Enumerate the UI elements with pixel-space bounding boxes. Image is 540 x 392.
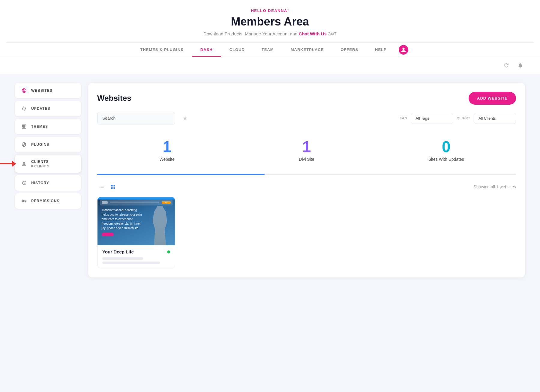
card-site-name: Your Deep Life <box>102 249 134 254</box>
sidebar-label-themes: THEMES <box>31 124 48 129</box>
grid-icon <box>110 184 116 190</box>
card-url-placeholder <box>110 202 159 203</box>
user-avatar-icon[interactable] <box>399 45 408 55</box>
favorite-star-icon[interactable]: ★ <box>182 115 188 122</box>
sidebar-item-permissions[interactable]: PERMISSIONS <box>15 193 81 209</box>
website-card[interactable]: ▶ ▶ Transformational coaching helps you … <box>97 197 175 268</box>
stat-label-website: Website <box>103 157 231 162</box>
sidebar-label-updates: UPDATES <box>31 106 50 111</box>
client-label: CLIENT <box>457 116 470 120</box>
progress-bar <box>97 174 516 175</box>
tag-select[interactable]: All Tags <box>411 113 453 124</box>
filter-group: TAG All Tags CLIENT All Clients <box>400 113 516 124</box>
main-content: Websites ADD WEBSITE ★ TAG All Tags CLIE… <box>88 83 525 277</box>
view-row: Showing all 1 websites <box>97 182 516 191</box>
header-subtitle: Download Products, Manage Your Account a… <box>6 31 534 36</box>
tab-themes-plugins[interactable]: THEMES & PLUGINS <box>132 43 192 57</box>
page-title: Members Area <box>6 15 534 28</box>
user-icon <box>401 47 406 52</box>
content-title: Websites <box>97 94 131 103</box>
card-thumbnail: ▶ ▶ Transformational coaching helps you … <box>98 197 175 245</box>
grid-view-button[interactable] <box>109 182 118 191</box>
main-layout: WEBSITES UPDATES THEMES PLUGINS <box>0 74 540 286</box>
sidebar-item-updates[interactable]: UPDATES <box>15 101 81 116</box>
sidebar-label-websites: WEBSITES <box>31 88 52 93</box>
filters-row: ★ TAG All Tags CLIENT All Clients <box>97 112 516 124</box>
globe-icon <box>21 88 27 94</box>
subtitle-post: 24/7 <box>328 31 337 36</box>
stat-number-website: 1 <box>103 139 231 154</box>
arrow-head <box>12 161 16 167</box>
sidebar-item-plugins[interactable]: PLUGINS <box>15 137 81 152</box>
arrow-indicator <box>0 161 16 167</box>
subtitle-pre: Download Products, Manage Your Account a… <box>203 31 298 36</box>
sidebar-item-themes[interactable]: THEMES <box>15 119 81 134</box>
add-website-button[interactable]: ADD WEBSITE <box>469 92 516 105</box>
client-select[interactable]: All Clients <box>474 113 516 124</box>
history-icon <box>21 180 27 186</box>
arrow-body <box>0 163 12 164</box>
list-icon <box>99 184 104 190</box>
tab-team[interactable]: TEAM <box>253 43 282 57</box>
tab-dash[interactable]: DASH <box>192 43 221 57</box>
sidebar-label-permissions: PERMISSIONS <box>31 199 59 203</box>
main-nav: THEMES & PLUGINS DASH CLOUD TEAM MARKETP… <box>6 42 534 57</box>
card-name-row: Your Deep Life <box>102 249 170 254</box>
status-active-dot <box>167 250 170 253</box>
card-cta-button <box>102 233 114 236</box>
greeting-text: HELLO DEANNA! <box>6 8 534 13</box>
stat-label-updates: Sites With Updates <box>382 157 510 162</box>
sidebar-item-clients[interactable]: CLIENTS 8 CLIENTS <box>15 155 81 173</box>
refresh-icon[interactable] <box>502 61 511 70</box>
view-toggle <box>97 182 118 191</box>
updates-icon <box>21 106 27 112</box>
card-info: Your Deep Life <box>98 245 175 268</box>
clients-count-badge: 8 CLIENTS <box>31 164 50 168</box>
tab-help[interactable]: HELP <box>367 43 395 57</box>
card-logo-bar <box>102 201 108 204</box>
stat-label-divi: Divi Site <box>243 157 370 162</box>
list-view-button[interactable] <box>97 182 106 191</box>
card-thumb-description: Transformational coaching helps you to r… <box>102 208 144 230</box>
sidebar-item-websites[interactable]: WEBSITES <box>15 83 81 98</box>
tag-label: TAG <box>400 116 407 120</box>
stat-website: 1 Website <box>97 133 237 168</box>
sidebar-label-history: HISTORY <box>31 181 49 185</box>
stat-number-divi: 1 <box>243 139 370 154</box>
header: HELLO DEANNA! Members Area Download Prod… <box>0 0 540 57</box>
showing-text: Showing all 1 websites <box>473 184 516 189</box>
card-badge: ▶ ▶ <box>162 201 171 204</box>
stat-divi: 1 Divi Site <box>237 133 376 168</box>
website-cards-grid: ▶ ▶ Transformational coaching helps you … <box>97 197 516 268</box>
notification-bell-icon[interactable] <box>515 61 525 70</box>
sidebar: WEBSITES UPDATES THEMES PLUGINS <box>15 83 81 277</box>
tab-cloud[interactable]: CLOUD <box>221 43 253 57</box>
card-url-bar-2 <box>102 262 160 264</box>
plugins-icon <box>21 142 27 148</box>
stat-updates: 0 Sites With Updates <box>376 133 516 168</box>
tab-marketplace[interactable]: MARKETPLACE <box>282 43 332 57</box>
sidebar-label-clients: CLIENTS <box>31 160 50 164</box>
stat-number-updates: 0 <box>382 139 510 154</box>
tab-offers[interactable]: OFFERS <box>332 43 367 57</box>
action-bar <box>0 57 540 74</box>
search-input[interactable] <box>97 112 175 124</box>
themes-icon <box>21 124 27 130</box>
clients-icon <box>21 161 27 167</box>
progress-bar-fill <box>97 174 265 175</box>
chat-link[interactable]: Chat With Us <box>299 31 327 36</box>
card-top-bar <box>98 197 175 199</box>
sidebar-label-plugins: PLUGINS <box>31 142 49 147</box>
content-header: Websites ADD WEBSITE <box>97 92 516 105</box>
stats-row: 1 Website 1 Divi Site 0 Sites With Updat… <box>97 133 516 168</box>
sidebar-item-history[interactable]: HISTORY <box>15 175 81 191</box>
permissions-icon <box>21 198 27 204</box>
card-url-bar-1 <box>102 257 143 260</box>
